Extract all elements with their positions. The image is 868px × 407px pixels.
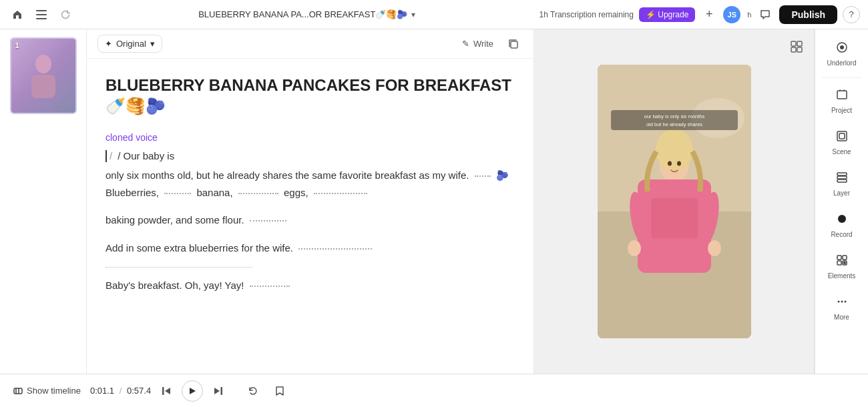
editor-toolbar: ✦ Original ▾ ✎ Write [87, 29, 533, 59]
user-initial-label: h [747, 11, 751, 19]
publish-button[interactable]: Publish [779, 5, 837, 24]
scene-label: Scene [832, 148, 851, 155]
thumbnail-panel: 1 [0, 29, 87, 374]
text-cursor [105, 150, 107, 162]
paragraph-4[interactable]: Baby's breakfast. Oh, yay! Yay! [105, 277, 515, 294]
sidebar-divider-1 [822, 77, 862, 78]
write-button[interactable]: ✎ Write [462, 39, 493, 49]
paragraph-1[interactable]: only six months old, but he already shar… [105, 167, 515, 201]
svg-rect-30 [839, 133, 845, 139]
video-background: our baby is only six months old but he a… [598, 65, 751, 338]
avatar[interactable]: JS [723, 6, 740, 23]
skip-forward-button[interactable] [210, 382, 227, 400]
grid-layout-icon[interactable] [787, 37, 806, 56]
main-area: 1 ✦ Original ▾ ✎ Write [0, 29, 868, 374]
home-icon[interactable] [8, 5, 27, 24]
svg-point-21 [668, 161, 672, 166]
first-line-text: / Our baby is [118, 148, 174, 164]
preview-panel: our baby is only six months old but he a… [534, 29, 815, 374]
svg-rect-0 [36, 10, 47, 11]
svg-rect-37 [837, 261, 841, 265]
cursor-line[interactable]: / / Our baby is [105, 148, 515, 164]
sidebar-item-elements[interactable]: Elements [815, 248, 868, 286]
paragraph-3[interactable]: Add in some extra blueberries for the wi… [105, 240, 515, 257]
record-label: Record [831, 231, 852, 238]
skip-back-button[interactable] [158, 382, 175, 400]
svg-rect-31 [837, 173, 847, 175]
layer-icon [836, 171, 848, 187]
svg-point-39 [843, 262, 846, 264]
add-button[interactable]: + [700, 6, 718, 23]
topbar-right: 1h Transcription remaining ⚡ Upgrade + J… [539, 5, 860, 24]
underlord-icon [836, 41, 848, 57]
gap-indicator [250, 220, 286, 222]
refresh-icon[interactable] [56, 5, 75, 24]
show-timeline-button[interactable]: Show timeline [13, 386, 81, 396]
editor-panel: ✦ Original ▾ ✎ Write BLUEBERRY BANANA PA… [87, 29, 534, 374]
project-icon [836, 89, 848, 104]
menu-icon[interactable] [32, 5, 51, 24]
svg-rect-43 [14, 388, 22, 394]
title-dropdown-icon[interactable]: ▾ [411, 10, 415, 19]
preview-video: our baby is only six months old but he a… [598, 65, 751, 338]
message-icon[interactable] [756, 6, 774, 23]
thumbnail-image [11, 39, 75, 113]
editor-content: BLUEBERRY BANANA PANCAKES FOR BREAKFAST🍼… [87, 59, 533, 374]
gap-indicator [314, 193, 367, 194]
timeline-icon [13, 386, 23, 396]
pencil-icon: ✎ [462, 39, 469, 49]
document-title[interactable]: BLUEBERRY BANANA PANCAKES FOR BREAKFAST🍼… [105, 75, 515, 116]
copy-icon[interactable] [504, 35, 523, 53]
sidebar-item-project[interactable]: Project [815, 82, 868, 121]
sidebar-item-record[interactable]: Record [815, 206, 868, 245]
gap-indicator [250, 286, 290, 287]
svg-rect-32 [837, 176, 847, 179]
svg-rect-7 [797, 41, 802, 46]
original-mode-button[interactable]: ✦ Original ▾ [97, 35, 162, 53]
original-dropdown-icon: ▾ [150, 39, 155, 49]
svg-point-40 [837, 301, 839, 303]
more-label: More [834, 314, 849, 321]
svg-point-20 [656, 129, 693, 171]
bookmark-button[interactable] [271, 382, 288, 400]
paragraph-2[interactable]: baking powder, and some flour. [105, 212, 515, 229]
help-icon[interactable]: ? [843, 6, 860, 23]
record-icon [836, 213, 848, 228]
underlord-label: Underlord [827, 59, 857, 67]
svg-rect-28 [837, 91, 847, 99]
svg-rect-15 [651, 198, 698, 238]
dotted-separator [105, 267, 252, 268]
layer-label: Layer [833, 189, 850, 197]
svg-text:our baby is only six months: our baby is only six months [644, 113, 704, 119]
undo-button[interactable] [244, 382, 262, 400]
svg-rect-4 [31, 75, 55, 98]
scene-number: 1 [15, 41, 19, 49]
upgrade-button[interactable]: ⚡ Upgrade [639, 7, 695, 22]
scene-thumbnail[interactable]: 1 [10, 37, 77, 114]
sidebar-item-more[interactable]: More [815, 289, 868, 328]
bottom-bar: Show timeline 0:01.1 / 0:57.4 [0, 374, 868, 407]
svg-rect-5 [511, 41, 517, 48]
svg-point-34 [838, 215, 846, 223]
gap-indicator [475, 175, 491, 177]
project-label: Project [831, 107, 852, 114]
sidebar-item-scene[interactable]: Scene [815, 123, 868, 162]
project-title: BLUEBERRY BANANA PA...OR BREAKFAST🍼🥞🫐 [198, 9, 407, 19]
svg-point-22 [677, 161, 681, 166]
svg-rect-1 [36, 14, 47, 15]
transcription-badge: 1h Transcription remaining [539, 10, 634, 19]
svg-point-27 [840, 45, 844, 49]
svg-point-18 [628, 240, 641, 256]
sidebar-item-layer[interactable]: Layer [815, 165, 868, 204]
svg-rect-47 [221, 387, 223, 395]
svg-text:old but he already shares: old but he already shares [646, 121, 702, 127]
svg-rect-46 [162, 387, 164, 395]
play-button[interactable] [182, 380, 203, 402]
svg-point-41 [841, 301, 843, 303]
topbar-left [8, 5, 75, 24]
sidebar-item-underlord[interactable]: Underlord [815, 35, 868, 73]
cloned-voice-label: cloned voice [105, 132, 515, 143]
svg-rect-2 [36, 18, 47, 19]
svg-point-3 [35, 55, 51, 73]
svg-rect-33 [837, 179, 847, 182]
